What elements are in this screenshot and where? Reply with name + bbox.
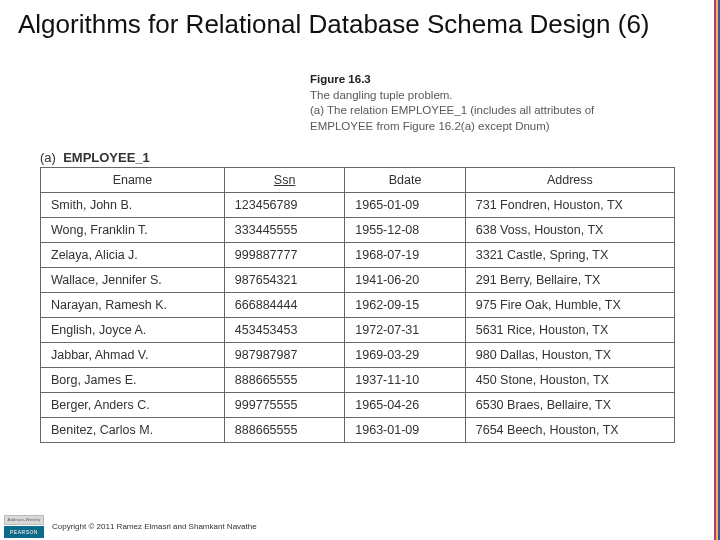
copyright-text: Copyright © 2011 Ramez Elmasri and Shamk… [52,522,257,531]
pearson-badge: PEARSON [4,526,44,538]
table-row: Wong, Franklin T.3334455551955-12-08638 … [41,218,675,243]
cell-c3: 1965-01-09 [345,193,465,218]
cell-c3: 1963-01-09 [345,418,465,443]
cell-c2: 666884444 [224,293,344,318]
table-header-row: Ename Ssn Bdate Address [41,168,675,193]
cell-c4: 638 Voss, Houston, TX [465,218,674,243]
cell-c1: Borg, James E. [41,368,225,393]
cell-c3: 1955-12-08 [345,218,465,243]
addison-wesley-badge: Addison-Wesley [4,515,44,525]
table-row: Jabbar, Ahmad V.9879879871969-03-29980 D… [41,343,675,368]
table-row: Zelaya, Alicia J.9998877771968-07-193321… [41,243,675,268]
table-row: Berger, Anders C.9997755551965-04-266530… [41,393,675,418]
cell-c2: 453453453 [224,318,344,343]
cell-c3: 1969-03-29 [345,343,465,368]
cell-c2: 888665555 [224,368,344,393]
cell-c1: Wallace, Jennifer S. [41,268,225,293]
cell-c3: 1937-11-10 [345,368,465,393]
cell-c1: English, Joyce A. [41,318,225,343]
cell-c1: Zelaya, Alicia J. [41,243,225,268]
col-address: Address [465,168,674,193]
figure-line-1: The dangling tuple problem. [310,89,453,101]
cell-c1: Narayan, Ramesh K. [41,293,225,318]
cell-c2: 999887777 [224,243,344,268]
col-bdate: Bdate [345,168,465,193]
col-ssn: Ssn [224,168,344,193]
figure-line-2: (a) The relation EMPLOYEE_1 (includes al… [310,104,594,132]
slide-footer: Addison-Wesley PEARSON Copyright © 2011 … [0,512,714,540]
cell-c1: Jabbar, Ahmad V. [41,343,225,368]
cell-c3: 1968-07-19 [345,243,465,268]
slide-title: Algorithms for Relational Database Schem… [0,0,720,40]
cell-c1: Smith, John B. [41,193,225,218]
cell-c3: 1962-09-15 [345,293,465,318]
table-row: Narayan, Ramesh K.6668844441962-09-15975… [41,293,675,318]
cell-c4: 975 Fire Oak, Humble, TX [465,293,674,318]
cell-c2: 333445555 [224,218,344,243]
cell-c2: 987654321 [224,268,344,293]
cell-c4: 5631 Rice, Houston, TX [465,318,674,343]
publisher-badges: Addison-Wesley PEARSON [4,515,44,538]
slide-color-edge [714,0,720,540]
employee-table-block: (a) EMPLOYEE_1 Ename Ssn Bdate Address S… [40,150,675,443]
cell-c4: 450 Stone, Houston, TX [465,368,674,393]
cell-c2: 999775555 [224,393,344,418]
table-row: Wallace, Jennifer S.9876543211941-06-202… [41,268,675,293]
table-row: Benitez, Carlos M.8886655551963-01-09765… [41,418,675,443]
figure-label: Figure 16.3 [310,73,371,85]
col-ename: Ename [41,168,225,193]
cell-c2: 888665555 [224,418,344,443]
cell-c3: 1972-07-31 [345,318,465,343]
cell-c4: 7654 Beech, Houston, TX [465,418,674,443]
cell-c1: Wong, Franklin T. [41,218,225,243]
cell-c4: 980 Dallas, Houston, TX [465,343,674,368]
cell-c1: Benitez, Carlos M. [41,418,225,443]
table-row: Smith, John B.1234567891965-01-09731 Fon… [41,193,675,218]
cell-c2: 987987987 [224,343,344,368]
cell-c3: 1965-04-26 [345,393,465,418]
figure-caption: Figure 16.3 The dangling tuple problem. … [310,72,650,134]
table-row: Borg, James E.8886655551937-11-10450 Sto… [41,368,675,393]
cell-c2: 123456789 [224,193,344,218]
table-label: (a) EMPLOYEE_1 [40,150,675,165]
cell-c4: 6530 Braes, Bellaire, TX [465,393,674,418]
cell-c1: Berger, Anders C. [41,393,225,418]
table-row: English, Joyce A.4534534531972-07-315631… [41,318,675,343]
cell-c4: 731 Fondren, Houston, TX [465,193,674,218]
cell-c4: 291 Berry, Bellaire, TX [465,268,674,293]
cell-c4: 3321 Castle, Spring, TX [465,243,674,268]
employee-table: Ename Ssn Bdate Address Smith, John B.12… [40,167,675,443]
cell-c3: 1941-06-20 [345,268,465,293]
